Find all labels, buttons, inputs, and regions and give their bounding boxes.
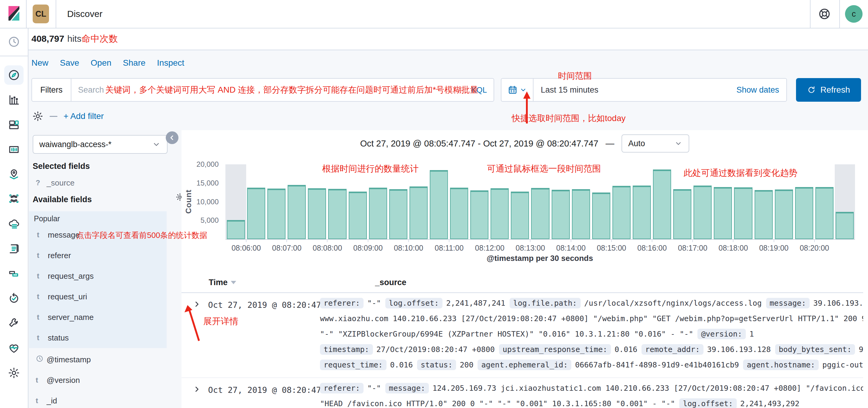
nav-item-maps[interactable] [4,165,24,184]
histogram-bar[interactable] [227,220,245,239]
histogram-bar[interactable] [247,188,265,239]
field-value: pggic-outter- [822,360,863,369]
source-token: message:39.106.193.128 [766,298,863,309]
help-icon[interactable] [818,7,831,22]
histogram-bar[interactable] [734,187,752,239]
recently-viewed-button[interactable] [0,28,28,56]
nav-item-uptime[interactable] [4,289,24,308]
histogram-bar[interactable] [572,189,590,239]
histogram-bar[interactable] [511,192,529,239]
column-header-source[interactable]: _source [375,278,406,287]
add-filter-link[interactable]: + Add filter [63,111,104,121]
index-pattern-select[interactable]: waiwanglb-access-* [33,135,167,154]
field-type-icon: t [37,313,48,321]
field-key-badge: @version: [698,329,745,339]
gear-icon[interactable] [32,111,43,122]
search-box[interactable]: Search 关键词，多个关键词可用大写 AND 连接，部分存数字拆分可能存在问… [71,78,494,102]
histogram-bar[interactable] [592,193,610,239]
histogram-bar[interactable] [673,189,691,239]
column-header-time[interactable]: Time [209,278,236,287]
histogram-bar[interactable] [369,188,387,239]
histogram-bar[interactable] [288,185,306,239]
histogram-bar[interactable] [714,187,732,239]
chevron-left-icon [168,134,176,141]
search-input[interactable]: Search [78,85,104,95]
x-tick-label: 08:08:00 [313,244,342,253]
field-item-request_args[interactable]: trequest_args [29,266,167,286]
field-item-_id[interactable]: t_id [28,390,182,408]
chevron-right-icon [193,385,201,393]
histogram-bar[interactable] [349,192,367,239]
x-tick-label: 08:16:00 [637,244,666,253]
nav-item-management[interactable] [4,363,24,383]
available-fields-title: Available fields [33,195,92,204]
menu-save-link[interactable]: Save [60,58,79,68]
histogram-bar[interactable] [450,188,468,239]
field-item-referer[interactable]: treferer [29,245,167,266]
menu-inspect-link[interactable]: Inspect [157,58,184,68]
interval-select[interactable]: Auto [621,135,689,152]
annotation-arrow-expand [184,304,203,343]
histogram-bar[interactable] [815,187,834,239]
histogram-bar[interactable] [389,189,407,239]
histogram-bar[interactable] [754,190,773,239]
x-tick-mark [814,239,815,242]
filters-button[interactable]: Filters [31,78,71,102]
field-type-icon: ? [36,179,46,187]
field-item-_source[interactable]: ?_source [28,173,182,193]
histogram-bar[interactable] [308,188,326,239]
menu-open-link[interactable]: Open [91,58,112,68]
discover-menu: NewSaveOpenShareInspect [31,58,184,68]
nav-item-apm[interactable] [4,264,24,283]
menu-new-link[interactable]: New [31,58,49,68]
histogram-bar[interactable] [775,190,793,239]
user-avatar[interactable]: c [845,5,863,23]
field-item-@version[interactable]: t@version [28,370,182,390]
histogram-bar[interactable] [693,185,712,239]
nav-item-canvas[interactable] [4,140,24,159]
histogram-bar[interactable] [328,189,346,239]
show-dates-link[interactable]: Show dates [737,85,779,95]
nav-item-metrics[interactable] [4,214,24,234]
collapse-sidebar-button[interactable] [166,132,179,144]
kibana-logo-icon[interactable] [6,5,21,23]
nav-item-dev-tools[interactable] [4,314,24,333]
histogram-bar[interactable] [613,186,630,239]
menu-share-link[interactable]: Share [123,58,146,68]
ml-icon [7,193,20,205]
field-item-status[interactable]: tstatus [29,327,167,348]
nav-item-dashboard[interactable] [4,115,24,135]
x-tick-label: 08:20:00 [800,244,829,253]
space-badge[interactable]: CL [33,4,49,23]
field-item-server_name[interactable]: tserver_name [29,307,167,327]
y-axis-ticks: 5,00010,00015,00020,000 [182,164,222,239]
nav-item-visualize[interactable] [4,90,24,110]
nav-item-discover[interactable] [4,65,24,85]
clock-icon [36,355,46,365]
field-value: "-" "XZIPBlockerGroup/6994E (XZPartner H… [320,330,693,339]
histogram-bar[interactable] [491,188,509,239]
expand-row-button[interactable] [193,385,201,395]
histogram-bar[interactable] [836,212,854,239]
field-item-request_uri[interactable]: trequest_uri [29,286,167,307]
index-pattern-value: waiwanglb-access-* [39,140,112,149]
field-key-badge: agent.hostname: [743,359,819,370]
nav-item-logs[interactable] [4,239,24,259]
refresh-button[interactable]: Refresh [796,78,861,102]
histogram-bar[interactable] [653,170,671,239]
nav-item-stack-monitoring[interactable] [4,339,24,358]
histogram-bar[interactable] [470,191,489,239]
nav-item-machine-learning[interactable] [4,190,24,209]
histogram-bar[interactable] [795,187,813,239]
histogram-bar[interactable] [267,188,285,239]
histogram-bar[interactable] [531,188,549,239]
histogram-bar[interactable] [430,170,448,239]
histogram-bar[interactable] [552,190,570,239]
sort-desc-icon[interactable] [231,281,236,284]
chart-count-annotation: 根据时间进行的数量统计 [322,163,418,175]
field-type-icon: t [37,272,48,280]
hits-row: 408,797 hits 命中次数 [28,28,868,50]
histogram-bar[interactable] [633,185,651,239]
histogram-bar[interactable] [409,186,428,239]
field-item-@timestamp[interactable]: @timestamp [28,349,182,370]
